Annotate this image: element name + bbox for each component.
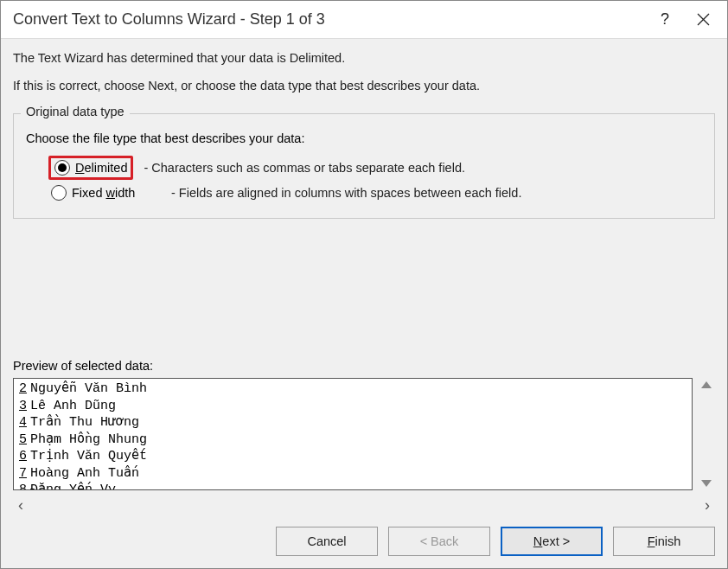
preview-line-text: Trịnh Văn Quyết: [30, 449, 147, 464]
radio-delimited-label[interactable]: Delimited: [75, 161, 127, 175]
radio-fixed-width[interactable]: [51, 185, 67, 201]
original-data-type-group: Original data type Choose the file type …: [13, 113, 715, 219]
preview-row: 3Lê Anh Dũng: [19, 398, 686, 415]
radio-row-fixed: Fixed width - Fields are aligned in colu…: [48, 185, 702, 201]
preview-row: 4Trần Thu Hương: [19, 414, 686, 432]
content-area: The Text Wizard has determined that your…: [1, 39, 727, 515]
scrollbar-horizontal[interactable]: ‹ ›: [13, 495, 715, 515]
group-legend: Original data type: [21, 105, 130, 118]
preview-row: 7Hoàng Anh Tuấn: [19, 465, 686, 483]
group-prompt: Choose the file type that best describes…: [26, 131, 702, 145]
help-button[interactable]: ?: [646, 1, 684, 39]
preview-label: Preview of selected data:: [13, 255, 715, 373]
back-button[interactable]: < Back: [388, 527, 490, 556]
titlebar: Convert Text to Columns Wizard - Step 1 …: [1, 1, 727, 39]
preview-row: 8Đặng Yến Vy: [19, 482, 686, 490]
scrollbar-vertical[interactable]: [698, 378, 715, 490]
cancel-button[interactable]: Cancel: [276, 527, 378, 556]
preview-row: 6Trịnh Văn Quyết: [19, 448, 686, 465]
preview-line-number: 6: [19, 449, 27, 464]
scroll-up-icon: [701, 381, 712, 388]
preview-line-text: Trần Thu Hương: [30, 415, 139, 430]
preview-line-number: 7: [19, 466, 27, 481]
radio-delimited-desc: - Characters such as commas or tabs sepa…: [144, 161, 465, 175]
close-icon: [697, 13, 710, 26]
scroll-down-icon: [701, 480, 712, 487]
scroll-right-icon: ›: [705, 496, 710, 515]
preview-line-number: 4: [19, 415, 27, 430]
preview-line-number: 3: [19, 399, 27, 413]
preview-line-text: Hoàng Anh Tuấn: [30, 466, 139, 481]
preview-line-text: Nguyễn Văn Bình: [30, 381, 147, 396]
radio-fixed-label[interactable]: Fixed width: [72, 186, 135, 200]
scroll-left-icon: ‹: [18, 496, 23, 515]
preview-line-text: Đặng Yến Vy: [30, 483, 116, 490]
intro-text-2: If this is correct, choose Next, or choo…: [13, 79, 715, 93]
preview-row: 2Nguyễn Văn Bình: [19, 380, 686, 398]
preview-line-number: 5: [19, 432, 27, 447]
radio-fixed-group: Fixed width: [48, 185, 161, 201]
radio-fixed-desc: - Fields are aligned in columns with spa…: [171, 186, 521, 200]
preview-box: 2Nguyễn Văn Bình3Lê Anh Dũng4Trần Thu Hư…: [13, 378, 693, 490]
radio-delimited[interactable]: [54, 160, 70, 176]
wizard-dialog: Convert Text to Columns Wizard - Step 1 …: [0, 0, 728, 569]
radio-delimited-highlight: Delimited: [48, 156, 133, 180]
next-button[interactable]: Next >: [501, 527, 603, 556]
preview-line-text: Lê Anh Dũng: [30, 399, 116, 413]
preview-line-number: 8: [19, 483, 27, 490]
close-button[interactable]: [684, 1, 722, 39]
intro-text-1: The Text Wizard has determined that your…: [13, 51, 715, 65]
finish-button[interactable]: Finish: [613, 527, 715, 556]
button-row: Cancel < Back Next > Finish: [1, 515, 727, 568]
preview-row: 5Phạm Hồng Nhung: [19, 432, 686, 449]
window-title: Convert Text to Columns Wizard - Step 1 …: [13, 10, 646, 29]
radio-row-delimited: Delimited - Characters such as commas or…: [48, 156, 702, 180]
preview-line-number: 2: [19, 381, 27, 396]
preview-line-text: Phạm Hồng Nhung: [30, 432, 147, 447]
